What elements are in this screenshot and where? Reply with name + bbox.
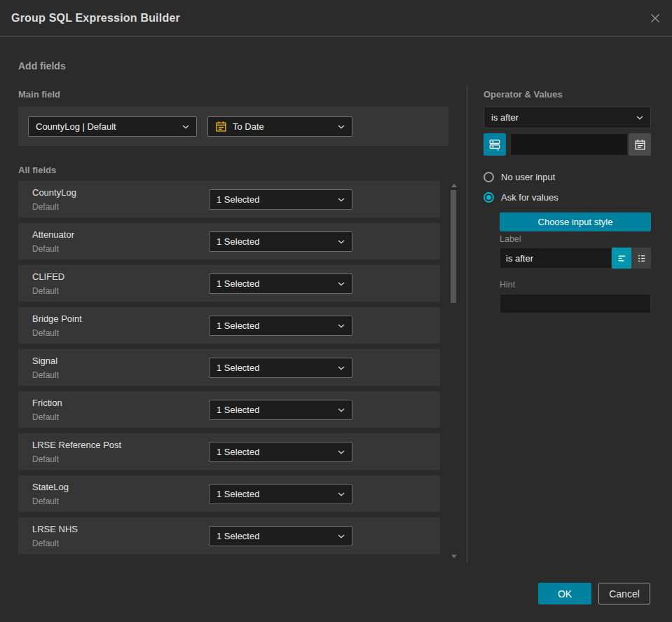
field-row-sub: Default	[32, 328, 59, 338]
chevron-down-icon	[338, 408, 345, 412]
field-row-selected-label: 1 Selected	[217, 405, 332, 415]
radio-ask-for-values-label: Ask for values	[501, 192, 558, 203]
field-row-selected-label: 1 Selected	[217, 236, 332, 247]
list-icon	[636, 253, 647, 264]
values-list-icon	[488, 138, 501, 151]
operator-values-heading: Operator & Values	[484, 89, 563, 100]
field-row-sub: Default	[32, 496, 59, 506]
calendar-icon	[634, 139, 646, 151]
main-field-label: Main field	[18, 89, 60, 100]
chevron-down-icon	[338, 125, 345, 129]
list-style-toggle[interactable]	[631, 248, 651, 269]
radio-no-user-input-label: No user input	[501, 172, 555, 182]
field-row: Attenuator Default 1 Selected	[18, 223, 440, 259]
field-row-name: CLIFED	[32, 271, 64, 282]
dialog-title: Group SQL Expression Builder	[11, 12, 180, 25]
field-row-selected-label: 1 Selected	[217, 194, 332, 205]
chevron-down-icon	[182, 125, 189, 129]
field-row: CLIFED Default 1 Selected	[18, 265, 440, 302]
chevron-down-icon	[636, 116, 643, 120]
field-row-select[interactable]: 1 Selected	[209, 442, 352, 462]
main-field-select[interactable]: CountyLog | Default	[28, 116, 197, 137]
field-row: LRSE Reference Post Default 1 Selected	[18, 433, 440, 470]
field-row-name: Attenuator	[32, 229, 74, 240]
field-row-selected-label: 1 Selected	[217, 363, 332, 373]
radio-no-user-input[interactable]: No user input	[484, 172, 555, 182]
close-button[interactable]	[648, 11, 662, 25]
radio-unselected-icon	[484, 172, 494, 182]
date-picker-button[interactable]	[629, 133, 651, 156]
main-field-select-value: CountyLog | Default	[36, 121, 177, 132]
align-left-icon	[617, 253, 627, 264]
field-row-select[interactable]: 1 Selected	[209, 189, 352, 210]
add-fields-heading: Add fields	[18, 60, 66, 72]
label-caption: Label	[500, 234, 521, 244]
field-row: StateLog Default 1 Selected	[18, 475, 440, 512]
all-fields-label: All fields	[18, 165, 56, 175]
dialog-titlebar: Group SQL Expression Builder	[0, 0, 672, 36]
field-row-name: Bridge Point	[32, 313, 82, 324]
label-input[interactable]	[500, 248, 612, 269]
radio-selected-icon	[484, 192, 494, 203]
field-row-selected-label: 1 Selected	[217, 320, 332, 331]
operator-select-value: is after	[491, 112, 631, 123]
scrollbar-thumb[interactable]	[451, 190, 456, 303]
hint-input[interactable]	[500, 294, 651, 313]
group-sql-expression-builder-dialog: Group SQL Expression Builder Add fields …	[0, 0, 672, 622]
field-row-sub: Default	[32, 244, 59, 254]
values-list-button[interactable]	[484, 133, 506, 156]
field-row-selected-label: 1 Selected	[217, 447, 332, 457]
ok-button[interactable]: OK	[538, 583, 591, 604]
chevron-down-icon	[338, 534, 345, 539]
all-fields-list: CountyLog Default 1 Selected Attenuator …	[18, 181, 440, 560]
field-row: Bridge Point Default 1 Selected	[18, 307, 440, 344]
field-row-selected-label: 1 Selected	[217, 489, 332, 499]
chevron-down-icon	[338, 492, 345, 496]
field-row-name: LRSE Reference Post	[32, 440, 121, 450]
field-row-sub: Default	[32, 454, 59, 464]
field-row-selected-label: 1 Selected	[217, 531, 332, 541]
chevron-down-icon	[338, 450, 345, 454]
field-row-selected-label: 1 Selected	[217, 278, 332, 289]
field-row-sub: Default	[32, 202, 59, 212]
field-row-select[interactable]: 1 Selected	[209, 400, 352, 420]
chevron-down-icon	[338, 198, 345, 202]
field-row: Friction Default 1 Selected	[18, 391, 440, 428]
field-row-sub: Default	[32, 539, 59, 548]
scrollbar-down-arrow[interactable]	[451, 555, 457, 558]
field-row-name: Friction	[32, 398, 62, 408]
calendar-icon	[215, 121, 227, 133]
chevron-down-icon	[338, 366, 345, 370]
field-row: CountyLog Default 1 Selected	[18, 181, 440, 217]
field-row-name: LRSE NHS	[32, 524, 78, 534]
field-row-select[interactable]: 1 Selected	[209, 358, 352, 378]
field-row-name: StateLog	[32, 482, 69, 492]
field-row-select[interactable]: 1 Selected	[209, 316, 352, 336]
field-row-select[interactable]: 1 Selected	[209, 484, 352, 504]
chevron-down-icon	[338, 324, 345, 328]
choose-input-style-button[interactable]: Choose input style	[500, 212, 651, 231]
value-date-input[interactable]	[510, 133, 628, 156]
field-row: Signal Default 1 Selected	[18, 349, 440, 386]
close-icon	[650, 13, 661, 24]
field-row-sub: Default	[32, 286, 59, 296]
chevron-down-icon	[338, 240, 345, 244]
single-value-style-toggle[interactable]	[612, 248, 631, 269]
main-field-date-select-value: To Date	[233, 121, 332, 132]
cancel-button[interactable]: Cancel	[598, 583, 650, 604]
section-divider	[467, 85, 467, 562]
field-row-sub: Default	[32, 412, 59, 422]
field-row: LRSE NHS Default 1 Selected	[18, 518, 440, 554]
field-row-select[interactable]: 1 Selected	[209, 273, 352, 294]
scrollbar-up-arrow[interactable]	[451, 184, 457, 187]
field-row-name: Signal	[32, 356, 57, 366]
chevron-down-icon	[338, 282, 345, 286]
main-field-date-select[interactable]: To Date	[207, 116, 352, 137]
radio-ask-for-values[interactable]: Ask for values	[484, 192, 558, 203]
field-row-name: CountyLog	[32, 187, 76, 198]
field-row-select[interactable]: 1 Selected	[209, 526, 352, 546]
main-field-panel: CountyLog | Default To Date	[18, 107, 448, 146]
operator-select[interactable]: is after	[484, 107, 651, 128]
field-row-sub: Default	[32, 370, 59, 380]
field-row-select[interactable]: 1 Selected	[209, 231, 352, 252]
